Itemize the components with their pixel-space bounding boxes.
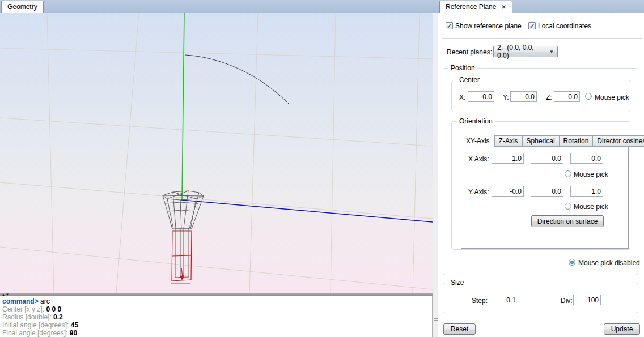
local-coordinates-checkbox[interactable]: ✓ [528,22,536,29]
tab-geometry-label: Geometry [7,1,37,13]
y-axis-input-3[interactable] [570,186,603,197]
recent-planes-value: 2.- (0.0, 0.0, 0.0) [497,44,545,59]
panel-divider [442,38,642,39]
tab-z-axis[interactable]: Z-Axis [495,135,523,147]
recent-planes-dropdown[interactable]: 2.- (0.0, 0.0, 0.0) ▼ [493,46,558,57]
x-axis-label: X Axis: [468,155,489,163]
size-group-title: Size [448,279,466,287]
center-y-input[interactable] [510,91,537,102]
orientation-group-title: Orientation [457,117,495,125]
close-icon[interactable]: ✕ [501,5,506,10]
reset-button[interactable]: Reset [443,323,476,335]
console-line: command> arc [2,297,432,305]
position-group-title: Position [448,64,477,72]
command-console[interactable]: command> arc Center [x y z]: 0 0 0 Radiu… [0,296,433,337]
center-mouse-pick-radio[interactable] [585,93,592,100]
direction-on-surface-button[interactable]: Direction on surface [531,215,604,227]
console-line: Initial angle [degrees]: 45 [2,321,432,329]
div-input[interactable] [573,295,601,305]
center-group-title: Center [457,76,482,84]
reference-plane-panel: ✓ Show reference plane ✓ Local coordinat… [438,13,644,337]
orientation-tabs: XY-AxisZ-AxisSphericalRotationDirector c… [461,135,644,147]
y-axis-input-2[interactable] [531,186,564,197]
tab-xy-axis[interactable]: XY-Axis [461,135,495,147]
y-axis-label: Y Axis: [468,188,489,196]
center-z-label: Z: [546,93,552,101]
console-line: Radius [double]: 0.2 [2,313,432,321]
div-label: Div: [561,297,573,305]
console-command: arc [40,297,50,305]
recent-planes-label: Recent planes: [447,48,492,56]
tab-reference-plane-label: Reference Plane [446,1,496,13]
viewport-canvas[interactable] [0,13,433,293]
local-coordinates-label[interactable]: Local coordinates [538,22,591,30]
center-mouse-pick-label[interactable]: Mouse pick [595,93,629,101]
orientation-group: Orientation XY-AxisZ-AxisSphericalRotati… [451,121,630,250]
y-axis-input-1[interactable] [492,186,524,197]
viewport-background [0,13,433,293]
center-x-label: X: [459,93,465,101]
tab-spherical[interactable]: Spherical [523,135,560,147]
center-z-input[interactable] [554,91,580,102]
console-line: Final angle [degrees]: 90 [2,329,432,337]
mouse-pick-disabled-radio[interactable] [569,259,575,266]
center-x-input[interactable] [468,91,494,102]
x-axis-mouse-pick-label[interactable]: Mouse pick [574,170,608,178]
x-axis-input-3[interactable] [570,153,603,164]
check-icon: ✓ [447,23,452,29]
tab-director-cosines[interactable]: Director cosines [593,135,644,147]
tab-geometry[interactable]: Geometry [1,1,44,13]
mouse-pick-disabled-label[interactable]: Mouse pick disabled [578,259,640,267]
splitter-grip-icon[interactable] [434,317,438,323]
x-axis-mouse-pick-radio[interactable] [565,170,571,177]
console-line: Center [x y z]: 0 0 0 [2,305,432,313]
size-group: Size Step: Div: [443,283,638,313]
center-y-label: Y: [503,93,509,101]
tab-reference-plane[interactable]: Reference Plane ✕ [439,1,512,13]
tab-rotation[interactable]: Rotation [560,135,594,147]
y-axis-mouse-pick-radio[interactable] [565,203,571,210]
step-label: Step: [472,297,488,305]
position-group: Position Center X: Y: Z: Mouse pick Orie… [443,68,638,275]
orientation-tab-pane: X Axis: Mouse pick Y Axis: Mouse pick Di… [461,146,629,249]
update-button[interactable]: Update [604,323,640,335]
x-axis-input-1[interactable] [492,153,524,164]
chevron-down-icon: ▼ [549,49,554,54]
show-reference-plane-checkbox[interactable]: ✓ [446,22,453,29]
tab-strip [0,0,644,13]
x-axis-input-2[interactable] [531,153,564,164]
show-reference-plane-label[interactable]: Show reference plane [455,22,522,30]
y-axis-mouse-pick-label[interactable]: Mouse pick [574,203,608,211]
console-prompt: command> [2,297,39,305]
step-input[interactable] [490,295,518,305]
center-group: Center X: Y: Z: Mouse pick [451,80,630,112]
check-icon: ✓ [529,23,535,29]
